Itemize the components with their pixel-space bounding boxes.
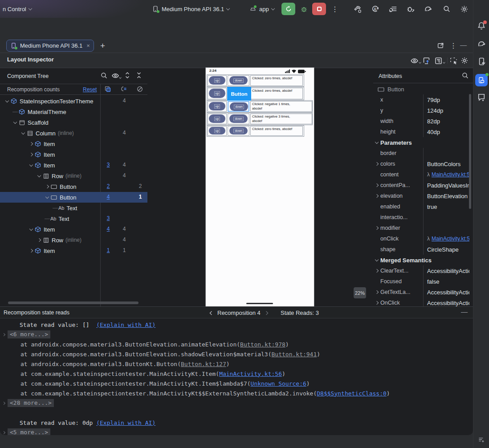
li-export-snapshot-button[interactable] bbox=[422, 57, 431, 65]
attach-debugger-button[interactable] bbox=[406, 4, 415, 14]
folded-frames-toggle[interactable]: <5 more...> bbox=[8, 428, 50, 435]
tree-row[interactable]: Row(inline)4 bbox=[0, 171, 147, 181]
recomposition-count[interactable]: 2 bbox=[103, 183, 114, 189]
source-link[interactable]: MainActivity.kt:59 bbox=[432, 171, 469, 178]
show-counts-column-button[interactable] bbox=[104, 86, 111, 93]
clear-counts-button[interactable] bbox=[136, 86, 143, 93]
attributes-scrollbar[interactable] bbox=[469, 94, 471, 209]
device-down-button[interactable]: down bbox=[228, 126, 249, 136]
source-link[interactable]: MainActivity.kt:57 bbox=[432, 236, 469, 242]
li-select-mode-button[interactable] bbox=[449, 57, 458, 65]
tree-expander[interactable] bbox=[44, 194, 50, 200]
device-down-button[interactable]: down bbox=[228, 114, 249, 124]
expand-fold-icon[interactable] bbox=[2, 401, 5, 404]
device-up-button[interactable]: up bbox=[208, 101, 227, 112]
device-manager-button[interactable] bbox=[477, 57, 486, 66]
tree-row[interactable]: AbText3 bbox=[0, 213, 147, 224]
device-down-button[interactable]: down bbox=[228, 75, 249, 86]
expand-fold-icon[interactable] bbox=[2, 333, 5, 336]
recomposition-count[interactable]: 1 bbox=[103, 247, 114, 253]
expand-fold-icon[interactable] bbox=[2, 431, 5, 434]
stack-frame-link[interactable]: Button.kt:941 bbox=[272, 351, 317, 358]
run-config-selector[interactable]: app bbox=[249, 4, 274, 14]
minimize-panel-button[interactable]: — bbox=[461, 308, 468, 315]
run-more-menu[interactable]: ⋮ bbox=[331, 4, 338, 14]
tree-row[interactable]: Item bbox=[0, 138, 147, 149]
device-row[interactable]: updownClicked: zero times, abcdef bbox=[207, 125, 304, 137]
tree-expander[interactable] bbox=[36, 237, 42, 243]
chevron-right-icon[interactable] bbox=[375, 301, 379, 305]
chevron-right-icon[interactable] bbox=[375, 269, 379, 273]
folded-frames-toggle[interactable]: <28 more...> bbox=[8, 399, 54, 407]
device-screen[interactable]: 2:24 updownClicked: zero times, abcdefup… bbox=[206, 68, 314, 307]
tree-row[interactable]: Item34 bbox=[0, 160, 147, 171]
attributes-search-button[interactable] bbox=[461, 72, 469, 79]
tree-expander[interactable] bbox=[20, 130, 26, 136]
device-text-box[interactable]: Clicked: zero times, abcdef bbox=[250, 126, 303, 136]
device-up-button[interactable]: up bbox=[208, 88, 227, 99]
tree-expander[interactable] bbox=[28, 162, 34, 168]
chevron-right-icon[interactable] bbox=[375, 226, 379, 230]
tree-row[interactable]: Item44 bbox=[0, 224, 147, 235]
tree-row[interactable]: Button41 bbox=[0, 192, 147, 203]
tree-row[interactable]: Scaffold bbox=[0, 117, 147, 128]
chevron-right-icon[interactable] bbox=[375, 290, 379, 294]
stop-button[interactable] bbox=[312, 3, 326, 15]
tree-expander[interactable] bbox=[28, 226, 34, 232]
gradle-sync-button[interactable] bbox=[424, 4, 432, 14]
device-down-button[interactable]: down bbox=[228, 101, 249, 112]
li-view-options-button[interactable] bbox=[410, 57, 421, 65]
folded-frames-toggle[interactable]: <6 more...> bbox=[8, 330, 50, 338]
tree-row[interactable]: Item11 bbox=[0, 245, 147, 256]
apply-changes-button[interactable]: A bbox=[371, 4, 379, 14]
tree-expander[interactable] bbox=[44, 183, 50, 190]
device-up-button[interactable]: up bbox=[208, 114, 227, 124]
attributes-section-header[interactable]: Merged Semantics bbox=[373, 255, 469, 265]
li-tree-options-button[interactable] bbox=[434, 57, 445, 65]
attributes-section-header[interactable]: Parameters bbox=[373, 137, 469, 148]
stack-frame-link[interactable]: Unknown Source:6 bbox=[251, 380, 306, 387]
device-row[interactable]: updownClicked: zero times, abcdef bbox=[207, 87, 304, 100]
recomposition-count[interactable]: 4 bbox=[103, 226, 114, 232]
debug-button[interactable] bbox=[297, 3, 311, 15]
tree-expander[interactable] bbox=[36, 173, 42, 179]
device-row[interactable]: updownClicked: zero times, abcdef bbox=[207, 74, 304, 87]
tree-expander[interactable] bbox=[28, 151, 34, 158]
chevron-right-icon[interactable] bbox=[375, 183, 379, 187]
explain-with-ai-link[interactable]: (Explain with AI) bbox=[96, 322, 155, 328]
chevron-right-icon[interactable] bbox=[375, 162, 379, 166]
vcs-widget[interactable]: n Control bbox=[3, 4, 32, 14]
tree-expander[interactable] bbox=[28, 141, 34, 147]
stack-frame-link[interactable]: Button.kt:127 bbox=[181, 361, 226, 367]
expand-all-button[interactable] bbox=[124, 72, 131, 79]
gradle-tool-button[interactable] bbox=[477, 39, 486, 49]
tree-row[interactable]: StateInspectionTesterTheme4 bbox=[0, 96, 147, 106]
explain-with-ai-link[interactable]: (Explain with AI) bbox=[96, 419, 155, 426]
tree-expander[interactable] bbox=[28, 248, 34, 254]
tree-row[interactable]: Item bbox=[0, 149, 147, 160]
apply-code-changes-button[interactable] bbox=[389, 4, 397, 14]
tree-filter-button[interactable] bbox=[111, 72, 121, 80]
li-settings-button[interactable] bbox=[460, 57, 469, 65]
device-up-button[interactable]: up bbox=[208, 126, 227, 136]
stack-frame-link[interactable]: D8$$SyntheticClass:0 bbox=[317, 390, 387, 397]
collapse-all-button[interactable] bbox=[135, 72, 143, 79]
chevron-left-icon[interactable] bbox=[208, 310, 214, 316]
device-text-box[interactable]: Clicked: negative 1 times,abcdef bbox=[250, 101, 312, 112]
tree-search-button[interactable] bbox=[100, 72, 108, 79]
chevron-right-icon[interactable] bbox=[375, 194, 379, 198]
recomposition-count[interactable]: 3 bbox=[103, 162, 114, 168]
search-everywhere-button[interactable] bbox=[443, 4, 451, 14]
tree-row[interactable]: Button22 bbox=[0, 181, 147, 192]
device-text-box[interactable]: Clicked: zero times, abcdef bbox=[250, 75, 303, 86]
tree-row[interactable]: Row(inline)4 bbox=[0, 235, 147, 245]
assistant-button[interactable] bbox=[477, 93, 486, 102]
device-row[interactable]: updownClicked: negative 3 times,abcdef bbox=[207, 113, 313, 125]
device-selector[interactable]: Medium Phone API 36.1 bbox=[152, 4, 229, 14]
tree-row[interactable]: AbText bbox=[0, 203, 147, 213]
editor-extras-button[interactable] bbox=[477, 436, 485, 444]
notifications-button[interactable] bbox=[477, 21, 486, 32]
device-up-button[interactable]: up bbox=[208, 75, 227, 86]
tree-expander[interactable] bbox=[4, 98, 10, 104]
settings-button[interactable] bbox=[460, 4, 469, 14]
